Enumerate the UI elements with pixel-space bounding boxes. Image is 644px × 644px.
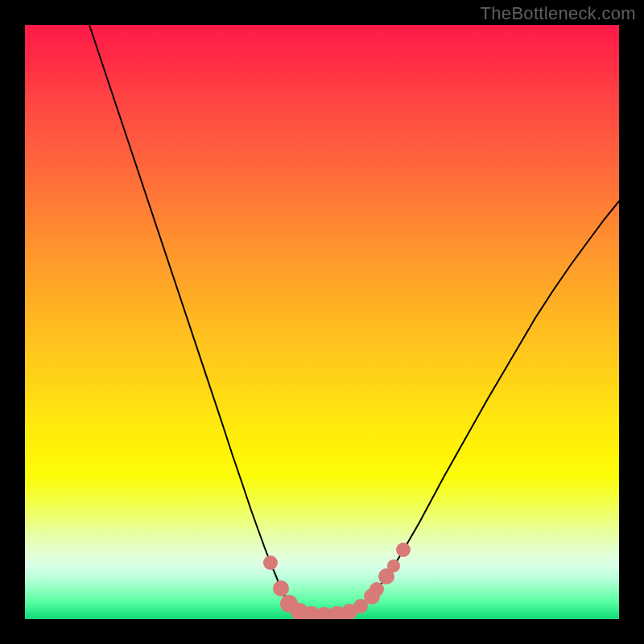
dot-marker bbox=[369, 582, 384, 597]
curve-line bbox=[89, 25, 619, 616]
dot-marker bbox=[273, 580, 289, 597]
chart-frame: TheBottleneck.com bbox=[0, 0, 644, 644]
curve-dots bbox=[263, 543, 411, 619]
watermark-text: TheBottleneck.com bbox=[481, 3, 636, 24]
dot-marker bbox=[263, 555, 278, 570]
chart-svg bbox=[25, 25, 619, 619]
dot-marker bbox=[396, 543, 411, 557]
dot-marker bbox=[387, 559, 400, 572]
plot-area bbox=[25, 25, 619, 619]
